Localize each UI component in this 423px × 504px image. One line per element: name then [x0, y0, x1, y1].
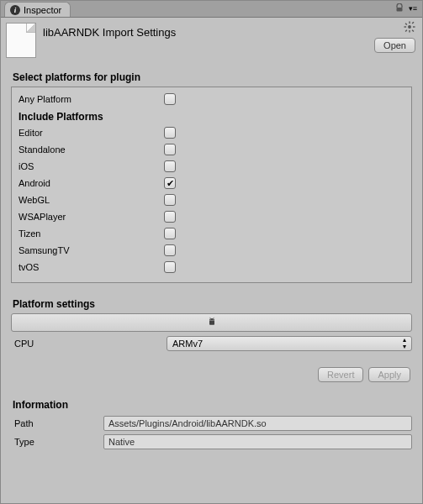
- any-platform-label: Any Platform: [17, 94, 164, 104]
- platform-row: WSAPlayer: [17, 208, 406, 225]
- platform-checkbox[interactable]: [164, 228, 176, 239]
- open-button[interactable]: Open: [374, 38, 415, 53]
- svg-point-11: [213, 319, 214, 320]
- apply-button[interactable]: Apply: [368, 367, 410, 382]
- platform-tab-strip[interactable]: [11, 313, 412, 332]
- tab-inspector[interactable]: i Inspector: [4, 2, 71, 17]
- platform-label: tvOS: [17, 262, 164, 272]
- svg-rect-3: [409, 30, 410, 33]
- svg-line-12: [209, 318, 210, 318]
- chevron-updown-icon: ▴▾: [403, 337, 406, 350]
- svg-rect-4: [404, 26, 406, 27]
- platform-list: EditorStandaloneiOSAndroidWebGLWSAPlayer…: [17, 124, 406, 276]
- platform-label: WSAPlayer: [17, 212, 164, 222]
- svg-line-13: [213, 318, 214, 318]
- platform-label: Android: [17, 178, 164, 188]
- platform-checkbox[interactable]: [164, 127, 176, 139]
- platform-settings-box: CPU ARMv7 ▴▾: [11, 313, 412, 352]
- header: libAARNDK Import Settings Open: [1, 18, 422, 66]
- platform-settings-title: Platform settings: [1, 293, 422, 313]
- platform-row: Standalone: [17, 141, 406, 158]
- svg-point-1: [408, 25, 411, 29]
- platform-checkbox[interactable]: [164, 261, 176, 273]
- panel-menu-icon[interactable]: ▾≡: [409, 4, 417, 13]
- action-row: Revert Apply: [1, 359, 422, 394]
- platform-checkbox[interactable]: [164, 177, 176, 189]
- platform-checkbox[interactable]: [164, 244, 176, 256]
- tab-label: Inspector: [24, 5, 61, 15]
- platform-row: WebGL: [17, 192, 406, 208]
- platform-checkbox[interactable]: [164, 211, 176, 223]
- platform-row: iOS: [17, 158, 406, 175]
- cpu-row: CPU ARMv7 ▴▾: [11, 335, 412, 352]
- android-icon: [207, 317, 217, 328]
- platform-row: SamsungTV: [17, 242, 406, 259]
- platform-label: WebGL: [17, 195, 164, 205]
- info-label-type: Type: [11, 437, 103, 447]
- information-box: Path Assets/Plugins/Android/libAARNDK.so…: [11, 414, 412, 451]
- info-label-path: Path: [11, 418, 103, 428]
- platform-label: Standalone: [17, 144, 164, 155]
- svg-rect-0: [396, 8, 402, 12]
- info-value-path: Assets/Plugins/Android/libAARNDK.so: [103, 416, 412, 431]
- platform-row: Android: [17, 175, 406, 192]
- svg-point-10: [210, 319, 211, 320]
- file-icon: [6, 23, 36, 58]
- platform-row: Editor: [17, 124, 406, 141]
- gear-icon[interactable]: [404, 21, 415, 34]
- platform-label: SamsungTV: [17, 245, 164, 255]
- include-platforms-title: Include Platforms: [17, 108, 406, 124]
- platform-row: Tizen: [17, 225, 406, 242]
- platform-checkbox[interactable]: [164, 144, 176, 155]
- svg-rect-5: [413, 26, 415, 27]
- info-row-path: Path Assets/Plugins/Android/libAARNDK.so: [11, 414, 412, 433]
- cpu-dropdown[interactable]: ARMv7 ▴▾: [167, 336, 412, 351]
- svg-rect-6: [405, 23, 408, 25]
- svg-rect-8: [412, 22, 415, 24]
- platform-label: Editor: [17, 128, 164, 138]
- platform-label: iOS: [17, 161, 164, 171]
- platforms-box: Any Platform Include Platforms EditorSta…: [11, 87, 412, 283]
- platform-row: tvOS: [17, 259, 406, 276]
- row-any-platform: Any Platform: [17, 91, 406, 108]
- cpu-dropdown-value: ARMv7: [172, 339, 203, 349]
- platforms-section-title: Select platforms for plugin: [1, 66, 422, 87]
- info-value-type: Native: [103, 434, 412, 449]
- revert-button[interactable]: Revert: [318, 367, 363, 382]
- page-title: libAARNDK Import Settings: [43, 23, 176, 39]
- info-icon: i: [10, 5, 20, 15]
- tab-bar: i Inspector ▾≡: [1, 1, 422, 18]
- any-platform-checkbox[interactable]: [164, 93, 176, 105]
- cpu-label: CPU: [11, 339, 167, 349]
- inspector-panel: i Inspector ▾≡ libAARNDK Import Settings…: [0, 0, 423, 504]
- svg-rect-7: [412, 29, 415, 32]
- information-title: Information: [1, 394, 422, 414]
- tab-right-controls: ▾≡: [395, 3, 417, 13]
- svg-rect-9: [405, 29, 408, 32]
- platform-label: Tizen: [17, 228, 164, 239]
- platform-checkbox[interactable]: [164, 160, 176, 172]
- info-row-type: Type Native: [11, 433, 412, 451]
- lock-icon[interactable]: [395, 3, 404, 13]
- svg-rect-2: [409, 21, 410, 24]
- header-right: Open: [374, 21, 415, 53]
- platform-checkbox[interactable]: [164, 194, 176, 206]
